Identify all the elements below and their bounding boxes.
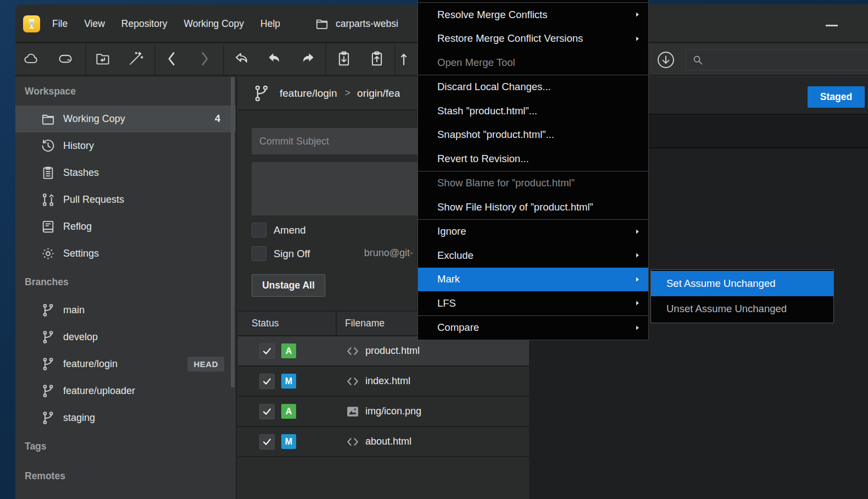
context-menu-item-snapshot-product-html[interactable]: Snapshot ”product.html”... xyxy=(418,123,648,147)
sidebar-item-reflog[interactable]: Reflog xyxy=(15,213,236,240)
column-header-status[interactable]: Status xyxy=(252,318,279,329)
context-menu-item-discard-local-changes[interactable]: Discard Local Changes... xyxy=(418,75,648,99)
sidebar-item-feature-uploader[interactable]: feature/uploader xyxy=(15,378,236,404)
staged-toggle-button[interactable]: Staged xyxy=(808,86,865,108)
menu-repository[interactable]: Repository xyxy=(113,18,176,30)
breadcrumb-current-branch[interactable]: feature/login xyxy=(280,87,337,99)
back-button[interactable] xyxy=(160,48,184,72)
context-menu-item-restore-merge-conflict-versions[interactable]: Restore Merge Conflict Versions xyxy=(418,27,648,51)
redo-button[interactable] xyxy=(296,48,320,72)
file-row-img-icon-png[interactable]: Aimg/icon.png xyxy=(238,397,529,427)
sidebar-item-working-copy[interactable]: Working Copy4 xyxy=(15,106,236,132)
branch-icon xyxy=(40,411,56,425)
context-menu-item-mark[interactable]: Mark xyxy=(418,268,648,292)
context-menu-item-lfs[interactable]: LFS xyxy=(418,291,648,315)
context-menu-item-ignore[interactable]: Ignore xyxy=(418,220,648,244)
sidebar-item-label: main xyxy=(63,304,85,316)
search-box[interactable] xyxy=(686,49,868,70)
filename: product.html xyxy=(365,345,420,357)
sidebar-item-label: Settings xyxy=(63,248,99,259)
branch-out-button[interactable] xyxy=(230,48,254,72)
undo-icon xyxy=(266,51,283,69)
context-menu-item-compare[interactable]: Compare xyxy=(418,316,648,340)
breadcrumb-separator: > xyxy=(345,87,351,99)
reflog-icon xyxy=(40,219,56,234)
submenu-arrow-icon xyxy=(634,228,641,235)
search-icon xyxy=(692,54,704,66)
sidebar: WorkspaceWorking Copy4HistoryStashesPull… xyxy=(15,77,237,499)
amend-checkbox[interactable] xyxy=(252,223,266,237)
magic-wand-button[interactable] xyxy=(124,48,148,72)
add-repo-button[interactable] xyxy=(91,48,115,72)
minimize-button[interactable] xyxy=(826,21,840,30)
pull-clipboard-button[interactable] xyxy=(332,48,356,72)
menu-item-label: Restore Merge Conflict Versions xyxy=(437,32,583,45)
sidebar-item-origin[interactable]: origin xyxy=(15,491,236,499)
image-icon xyxy=(345,404,360,419)
drive-button[interactable] xyxy=(53,48,77,72)
fetch-branch-icon xyxy=(396,51,412,69)
context-menu-item-revert-to-revision[interactable]: Revert to Revision... xyxy=(418,147,648,171)
stashes-icon xyxy=(40,165,56,180)
sidebar-item-staging[interactable]: staging xyxy=(15,404,236,431)
menu-item-label: Mark xyxy=(437,273,460,285)
file-checkbox[interactable] xyxy=(259,374,275,389)
sidebar-item-history[interactable]: History xyxy=(15,132,236,159)
search-input[interactable] xyxy=(704,55,868,65)
menu-item-label: Exclude xyxy=(437,250,474,262)
minimize-icon xyxy=(826,25,838,26)
sidebar-item-settings[interactable]: Settings xyxy=(15,240,236,267)
submenu-item-set-assume-unchanged[interactable]: Set Assume Unchanged xyxy=(651,271,833,296)
signoff-checkbox[interactable] xyxy=(252,246,266,261)
menu-item-label: Show Blame for ”product.html” xyxy=(437,177,575,189)
redo-icon xyxy=(299,51,316,69)
file-row-product-html[interactable]: Aproduct.html xyxy=(238,336,529,367)
sidebar-item-label: Reflog xyxy=(63,221,92,232)
file-checkbox[interactable] xyxy=(259,404,275,419)
context-menu-item-exclude[interactable]: Exclude xyxy=(418,243,648,268)
breadcrumb-upstream-branch[interactable]: origin/fea xyxy=(357,87,400,99)
sidebar-item-main[interactable]: main xyxy=(15,297,236,324)
sidebar-item-label: Working Copy xyxy=(63,113,125,125)
pull-clipboard-icon xyxy=(336,51,352,69)
column-header-filename[interactable]: Filename xyxy=(345,318,385,329)
sidebar-scrollbar[interactable] xyxy=(231,77,235,387)
menu-view[interactable]: View xyxy=(76,18,113,30)
submenu-item-unset-assume-unchanged[interactable]: Unset Assume Unchanged xyxy=(651,296,833,321)
file-checkbox[interactable] xyxy=(259,343,275,359)
menu-file[interactable]: File xyxy=(44,18,76,30)
file-checkbox[interactable] xyxy=(259,434,275,450)
sidebar-item-develop[interactable]: develop xyxy=(15,324,236,351)
sidebar-item-pull-requests[interactable]: Pull Requests xyxy=(15,186,236,213)
download-button[interactable] xyxy=(654,48,678,72)
circle-down-icon xyxy=(656,51,675,69)
undo-button[interactable] xyxy=(263,48,287,72)
sidebar-item-stashes[interactable]: Stashes xyxy=(15,159,236,186)
cloud-button[interactable] xyxy=(19,48,43,72)
column-divider[interactable] xyxy=(336,312,337,335)
context-menu-item-show-file-history-of-product-html[interactable]: Show File History of ”product.html” xyxy=(418,195,648,219)
file-row-index-html[interactable]: Mindex.html xyxy=(238,367,529,397)
menu-item-label: Discard Local Changes... xyxy=(437,81,551,93)
status-badge-a: A xyxy=(281,343,296,358)
submenu-arrow-icon xyxy=(634,276,641,283)
sidebar-list: WorkspaceWorking Copy4HistoryStashesPull… xyxy=(15,77,236,499)
push-clipboard-button[interactable] xyxy=(365,48,389,72)
file-row-about-html[interactable]: Mabout.html xyxy=(238,427,529,457)
menu-help[interactable]: Help xyxy=(252,18,288,30)
sidebar-item-feature-login[interactable]: feature/loginHEAD xyxy=(15,351,236,378)
context-menu-item-stash-product-html[interactable]: Stash ”product.html”... xyxy=(418,99,648,123)
sidebar-item-label: History xyxy=(63,140,94,152)
filename: img/icon.png xyxy=(365,406,421,417)
forward-button[interactable] xyxy=(192,48,216,72)
menu-working-copy[interactable]: Working Copy xyxy=(175,18,252,30)
sidebar-item-label: Pull Requests xyxy=(63,194,124,206)
sidebar-section-workspace: Workspace xyxy=(15,77,236,106)
repo-tab[interactable]: carparts-websi xyxy=(315,4,418,43)
context-menu-item-resolve-merge-conflicts[interactable]: Resolve Merge Conflicts xyxy=(418,3,648,27)
branch-out-icon xyxy=(233,51,250,69)
toolbar-divider xyxy=(223,44,224,75)
unstage-all-button[interactable]: Unstage All xyxy=(252,274,325,297)
signoff-label: Sign Off xyxy=(274,248,310,260)
menu-item-label: Stash ”product.html”... xyxy=(437,105,537,117)
